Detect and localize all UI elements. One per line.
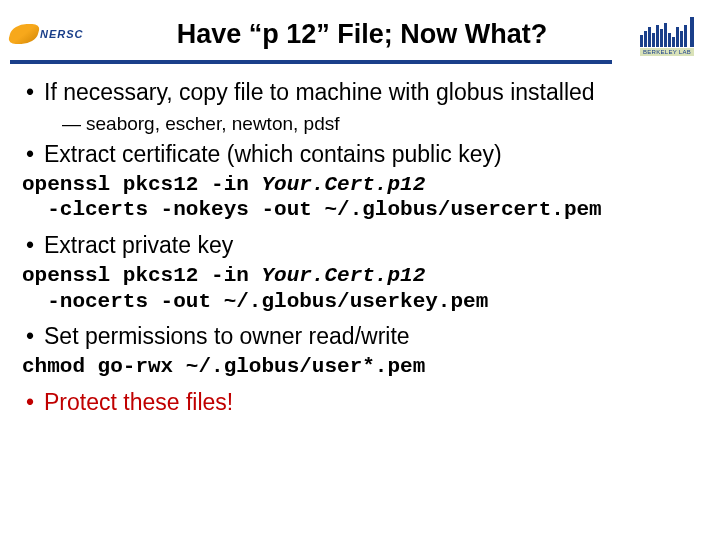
slide-content: If necessary, copy file to machine with …	[0, 64, 720, 416]
code-text: -clcerts -nokeys -out ~/.globus/usercert…	[22, 198, 602, 221]
code-text: openssl pkcs12 -in	[22, 264, 261, 287]
code-extract-key: openssl pkcs12 -in Your.Cert.p12 -nocert…	[22, 263, 698, 314]
bullet-copy-file: If necessary, copy file to machine with …	[22, 78, 698, 136]
berkeley-lab-logo: BERKELEY LAB	[624, 12, 710, 56]
lab-building-icon	[628, 21, 706, 47]
slide-header: NERSC Have “p 12” File; Now What? BERKEL…	[0, 0, 720, 58]
bullet-text: If necessary, copy file to machine with …	[44, 79, 595, 105]
code-text: -nocerts -out ~/.globus/userkey.pem	[22, 290, 488, 313]
nersc-logo: NERSC	[10, 19, 100, 49]
code-chmod: chmod go-rwx ~/.globus/user*.pem	[22, 354, 698, 380]
bullet-protect: Protect these files!	[22, 388, 698, 416]
nersc-swoosh-icon	[7, 24, 40, 44]
bullet-permissions: Set permissions to owner read/write	[22, 322, 698, 350]
code-filename: Your.Cert.p12	[261, 264, 425, 287]
bullet-extract-cert: Extract certificate (which contains publ…	[22, 140, 698, 168]
sub-bullet-machines: seaborg, escher, newton, pdsf	[44, 112, 698, 136]
code-text: openssl pkcs12 -in	[22, 173, 261, 196]
bullet-extract-key: Extract private key	[22, 231, 698, 259]
nersc-logo-text: NERSC	[40, 28, 84, 40]
slide-title: Have “p 12” File; Now What?	[100, 19, 624, 50]
berkeley-lab-label: BERKELEY LAB	[640, 48, 694, 56]
code-extract-cert: openssl pkcs12 -in Your.Cert.p12 -clcert…	[22, 172, 698, 223]
code-filename: Your.Cert.p12	[261, 173, 425, 196]
